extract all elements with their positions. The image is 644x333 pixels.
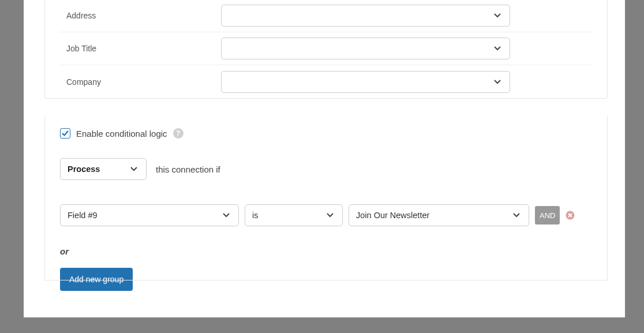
company-select[interactable] — [221, 71, 510, 93]
chevron-down-icon — [493, 78, 501, 86]
conditional-logic-section: Enable conditional logic ? Process this … — [60, 128, 592, 304]
enable-conditional-checkbox[interactable] — [60, 128, 70, 139]
process-row: Process this connection if — [60, 158, 592, 180]
chevron-down-icon — [130, 165, 138, 173]
field-label: Job Title — [59, 44, 221, 53]
field-label: Company — [59, 77, 221, 87]
condition-rule-row: Field #9 is Join Our Newsletter AND — [60, 204, 592, 226]
connection-if-text: this connection if — [156, 164, 220, 174]
process-action-value: Process — [68, 164, 100, 174]
chevron-down-icon — [222, 211, 230, 219]
rule-value-select[interactable]: Join Our Newsletter — [349, 204, 529, 226]
rule-value-value: Join Our Newsletter — [356, 211, 429, 220]
chevron-down-icon — [493, 12, 501, 20]
job-title-select[interactable] — [221, 38, 510, 59]
panel-bottom-border — [44, 280, 608, 280]
remove-rule-icon[interactable] — [566, 211, 575, 220]
panel-left-border — [44, 115, 45, 280]
panel-right-border — [607, 115, 608, 280]
chevron-down-icon — [326, 211, 334, 219]
field-row-company: Company — [59, 65, 593, 98]
chevron-down-icon — [512, 211, 521, 219]
or-separator: or — [60, 246, 592, 256]
field-row-job-title: Job Title — [59, 32, 593, 65]
address-select[interactable] — [221, 5, 510, 27]
enable-conditional-row: Enable conditional logic ? — [60, 128, 592, 139]
help-icon[interactable]: ? — [173, 128, 184, 139]
add-and-rule-button[interactable]: AND — [535, 206, 560, 225]
field-label: Address — [59, 11, 221, 20]
rule-operator-value: is — [252, 211, 258, 220]
rule-field-select[interactable]: Field #9 — [60, 204, 239, 226]
rule-field-value: Field #9 — [68, 211, 98, 220]
enable-conditional-label: Enable conditional logic — [76, 129, 167, 139]
chevron-down-icon — [493, 44, 501, 53]
and-label: AND — [540, 211, 555, 220]
field-row-address: Address — [59, 0, 593, 32]
rule-operator-select[interactable]: is — [245, 204, 343, 226]
field-mapping-table: Website Address Job Title — [59, 0, 593, 98]
process-action-select[interactable]: Process — [60, 158, 147, 180]
settings-panel: Website Address Job Title — [44, 0, 608, 99]
add-group-label: Add new group — [69, 275, 123, 284]
add-new-group-button[interactable]: Add new group — [60, 268, 133, 291]
